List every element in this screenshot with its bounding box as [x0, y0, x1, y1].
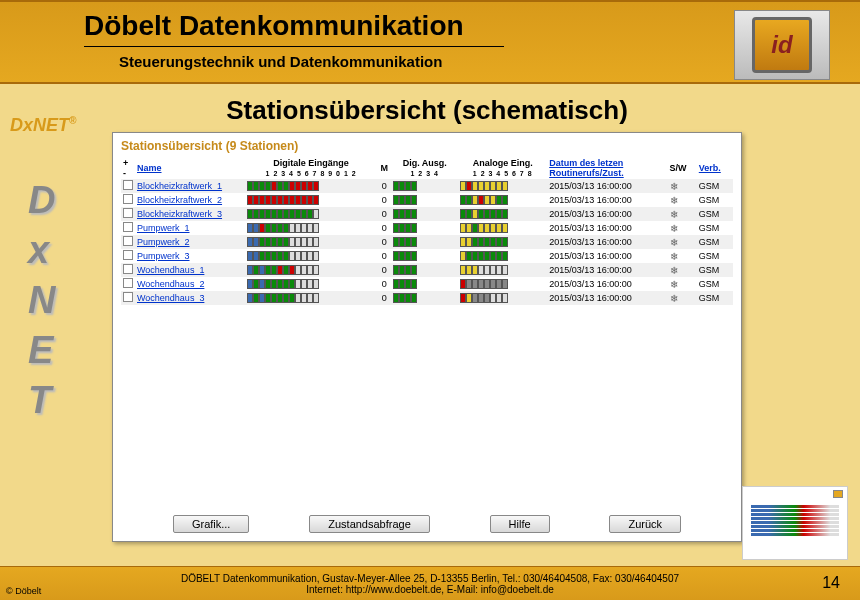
snowflake-icon: ❄ [670, 279, 678, 290]
zustand-button[interactable]: Zustandsabfrage [309, 515, 430, 533]
footer-line2: Internet: http://www.doebelt.de, E-Mail:… [306, 584, 554, 595]
row-checkbox[interactable] [121, 207, 135, 221]
row-name[interactable]: Wochendhaus_3 [135, 291, 245, 305]
header-subtitle: Steuerungstechnik und Datenkommunikation [119, 53, 836, 70]
zurueck-button[interactable]: Zurück [609, 515, 681, 533]
thumbnail[interactable] [742, 486, 848, 560]
row-checkbox[interactable] [121, 277, 135, 291]
row-checkbox[interactable] [121, 179, 135, 193]
table-row: Pumpwerk_102015/03/13 16:00:00❄GSM [121, 221, 733, 235]
row-anaein [458, 179, 547, 193]
header-title: Döbelt Datenkommunikation [84, 10, 836, 42]
row-sw: ❄ [668, 235, 697, 249]
row-anaein [458, 291, 547, 305]
grafik-button[interactable]: Grafik... [173, 515, 250, 533]
row-anaein [458, 207, 547, 221]
row-sw: ❄ [668, 291, 697, 305]
row-sw: ❄ [668, 207, 697, 221]
header: Döbelt Datenkommunikation Steuerungstech… [0, 0, 860, 84]
row-verb: GSM [697, 277, 733, 291]
row-sw: ❄ [668, 249, 697, 263]
station-table: +- Name Digitale Eingänge1 2 3 4 5 6 7 8… [121, 157, 733, 305]
row-name[interactable]: Wochendhaus_1 [135, 263, 245, 277]
row-anaein [458, 221, 547, 235]
row-name[interactable]: Wochendhaus_2 [135, 277, 245, 291]
row-checkbox[interactable] [121, 291, 135, 305]
row-anaein [458, 263, 547, 277]
station-panel: Stationsübersicht (9 Stationen) +- Name … [112, 132, 742, 542]
col-verb[interactable]: Verb. [697, 157, 733, 179]
row-m: 0 [377, 291, 391, 305]
row-name[interactable]: Pumpwerk_2 [135, 235, 245, 249]
row-digin [245, 277, 377, 291]
row-digaus [391, 235, 458, 249]
snowflake-icon: ❄ [670, 209, 678, 220]
row-sw: ❄ [668, 193, 697, 207]
row-datum: 2015/03/13 16:00:00 [547, 193, 667, 207]
row-digin [245, 221, 377, 235]
snowflake-icon: ❄ [670, 181, 678, 192]
row-digaus [391, 221, 458, 235]
row-digin [245, 207, 377, 221]
row-datum: 2015/03/13 16:00:00 [547, 221, 667, 235]
row-checkbox[interactable] [121, 263, 135, 277]
table-row: Wochendhaus_202015/03/13 16:00:00❄GSM [121, 277, 733, 291]
row-datum: 2015/03/13 16:00:00 [547, 235, 667, 249]
table-row: Pumpwerk_302015/03/13 16:00:00❄GSM [121, 249, 733, 263]
row-checkbox[interactable] [121, 193, 135, 207]
row-verb: GSM [697, 291, 733, 305]
col-datum[interactable]: Datum des letzen Routinerufs/Zust. [547, 157, 667, 179]
col-digin: Digitale Eingänge1 2 3 4 5 6 7 8 9 0 1 2 [245, 157, 377, 179]
brand-label: DxNET® [10, 115, 76, 136]
row-digaus [391, 277, 458, 291]
table-row: Wochendhaus_302015/03/13 16:00:00❄GSM [121, 291, 733, 305]
row-digaus [391, 249, 458, 263]
row-digin [245, 249, 377, 263]
row-m: 0 [377, 235, 391, 249]
row-m: 0 [377, 207, 391, 221]
row-datum: 2015/03/13 16:00:00 [547, 179, 667, 193]
row-m: 0 [377, 193, 391, 207]
card-title: Stationsübersicht (schematisch) [112, 95, 742, 126]
snowflake-icon: ❄ [670, 251, 678, 262]
row-verb: GSM [697, 207, 733, 221]
row-anaein [458, 193, 547, 207]
col-digaus: Dig. Ausg.1 2 3 4 [391, 157, 458, 179]
row-datum: 2015/03/13 16:00:00 [547, 249, 667, 263]
row-anaein [458, 235, 547, 249]
col-anaein: Analoge Eing.1 2 3 4 5 6 7 8 [458, 157, 547, 179]
row-name[interactable]: Blockheizkraftwerk_2 [135, 193, 245, 207]
row-checkbox[interactable] [121, 249, 135, 263]
vertical-brand: D x N E T [28, 175, 55, 425]
row-checkbox[interactable] [121, 221, 135, 235]
row-sw: ❄ [668, 263, 697, 277]
hilfe-button[interactable]: Hilfe [490, 515, 550, 533]
row-verb: GSM [697, 221, 733, 235]
logo: id [734, 10, 830, 80]
table-row: Blockheizkraftwerk_102015/03/13 16:00:00… [121, 179, 733, 193]
row-digin [245, 263, 377, 277]
row-digin [245, 179, 377, 193]
row-anaein [458, 277, 547, 291]
row-name[interactable]: Pumpwerk_1 [135, 221, 245, 235]
row-name[interactable]: Pumpwerk_3 [135, 249, 245, 263]
copyright: © Döbelt [6, 586, 41, 596]
row-verb: GSM [697, 249, 733, 263]
row-digaus [391, 263, 458, 277]
snowflake-icon: ❄ [670, 265, 678, 276]
row-verb: GSM [697, 179, 733, 193]
col-name[interactable]: Name [135, 157, 245, 179]
row-datum: 2015/03/13 16:00:00 [547, 277, 667, 291]
snowflake-icon: ❄ [670, 223, 678, 234]
row-name[interactable]: Blockheizkraftwerk_3 [135, 207, 245, 221]
main-card: Stationsübersicht (schematisch) Stations… [112, 95, 742, 542]
row-digaus [391, 207, 458, 221]
row-verb: GSM [697, 193, 733, 207]
row-digin [245, 235, 377, 249]
row-digaus [391, 291, 458, 305]
row-anaein [458, 249, 547, 263]
row-checkbox[interactable] [121, 235, 135, 249]
page-number: 14 [822, 574, 840, 592]
row-m: 0 [377, 179, 391, 193]
row-name[interactable]: Blockheizkraftwerk_1 [135, 179, 245, 193]
